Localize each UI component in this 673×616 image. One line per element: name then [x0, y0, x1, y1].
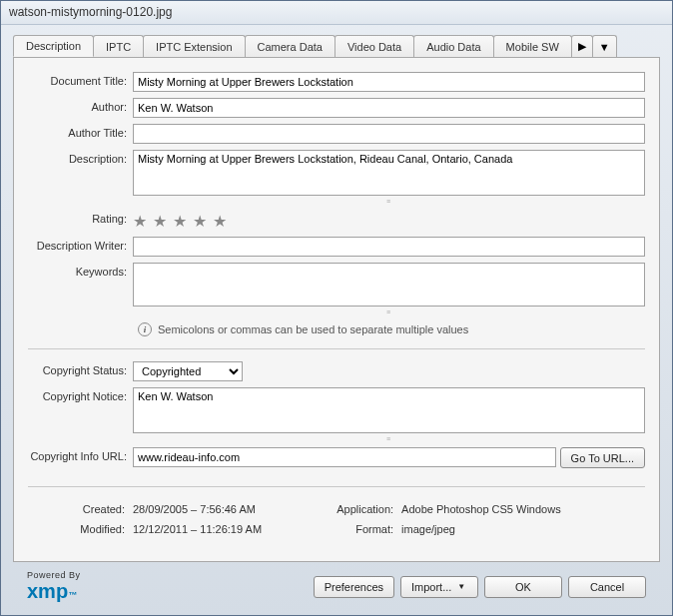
preferences-button[interactable]: Preferences	[314, 576, 394, 598]
label-document-title: Document Title:	[28, 72, 133, 87]
resize-handle[interactable]: ≡	[133, 435, 645, 441]
keywords-hint-text: Semicolons or commas can be used to sepa…	[158, 323, 468, 335]
ok-button[interactable]: OK	[484, 576, 562, 598]
label-modified: Modified:	[28, 523, 133, 535]
label-copyright-url: Copyright Info URL:	[28, 447, 133, 462]
label-format: Format:	[322, 523, 401, 535]
xmp-logo: Powered By xmp™	[27, 570, 81, 603]
tab-audio-data[interactable]: Audio Data	[413, 35, 493, 57]
resize-handle[interactable]: ≡	[133, 198, 645, 204]
cancel-button[interactable]: Cancel	[568, 576, 646, 598]
label-author-title: Author Title:	[28, 124, 133, 139]
tab-video-data[interactable]: Video Data	[335, 35, 414, 57]
tab-scroll-right[interactable]: ▶	[571, 35, 593, 57]
label-copyright-status: Copyright Status:	[28, 361, 133, 376]
star-4[interactable]: ★	[193, 212, 207, 231]
file-info-window: watson-mistymorning-0120.jpg Description…	[0, 0, 673, 616]
tab-overflow-menu[interactable]: ▼	[592, 35, 617, 57]
label-author: Author:	[28, 98, 133, 113]
separator	[28, 486, 645, 487]
star-2[interactable]: ★	[153, 212, 167, 231]
tab-description[interactable]: Description	[13, 35, 94, 57]
xmp-logo-text: xmp™	[27, 580, 77, 603]
import-button[interactable]: Import... ▼	[400, 576, 478, 598]
powered-by-text: Powered By	[27, 570, 81, 580]
chevron-right-icon: ▶	[578, 40, 586, 53]
label-created: Created:	[28, 503, 133, 515]
chevron-down-icon: ▼	[457, 582, 465, 591]
value-application: Adobe Photoshop CS5 Windows	[401, 503, 561, 515]
document-title-input[interactable]	[133, 72, 645, 92]
value-modified: 12/12/2011 – 11:26:19 AM	[133, 523, 262, 535]
tab-iptc-extension[interactable]: IPTC Extension	[143, 35, 245, 57]
separator	[28, 348, 645, 349]
tab-iptc[interactable]: IPTC	[93, 35, 144, 57]
go-to-url-button[interactable]: Go To URL...	[560, 447, 645, 468]
keywords-hint: i Semicolons or commas can be used to se…	[138, 322, 645, 336]
trademark-icon: ™	[68, 590, 77, 600]
label-application: Application:	[322, 503, 401, 515]
label-rating: Rating:	[28, 210, 133, 225]
content-area: Description IPTC IPTC Extension Camera D…	[1, 25, 672, 615]
footer-buttons: Preferences Import... ▼ OK Cancel	[314, 576, 646, 598]
resize-handle[interactable]: ≡	[133, 308, 645, 314]
window-title: watson-mistymorning-0120.jpg	[1, 1, 672, 25]
star-3[interactable]: ★	[173, 212, 187, 231]
author-title-input[interactable]	[133, 124, 645, 144]
info-icon: i	[138, 322, 152, 336]
metadata-grid: Created: 28/09/2005 – 7:56:46 AM Modifie…	[28, 503, 645, 535]
star-1[interactable]: ★	[133, 212, 147, 231]
value-created: 28/09/2005 – 7:56:46 AM	[133, 503, 256, 515]
copyright-notice-textarea[interactable]: Ken W. Watson	[133, 387, 645, 433]
description-panel: Document Title: Author: Author Title: De…	[13, 57, 660, 562]
author-input[interactable]	[133, 98, 645, 118]
chevron-down-icon: ▼	[599, 41, 610, 53]
star-5[interactable]: ★	[213, 212, 227, 231]
label-keywords: Keywords:	[28, 263, 133, 278]
tab-mobile-sw[interactable]: Mobile SW	[493, 35, 572, 57]
label-description-writer: Description Writer:	[28, 237, 133, 252]
value-format: image/jpeg	[401, 523, 455, 535]
copyright-status-select[interactable]: Copyrighted	[133, 361, 243, 381]
copyright-url-input[interactable]	[133, 447, 556, 467]
label-description: Description:	[28, 150, 133, 165]
tab-strip: Description IPTC IPTC Extension Camera D…	[13, 33, 660, 57]
description-writer-input[interactable]	[133, 237, 645, 257]
footer: Powered By xmp™ Preferences Import... ▼ …	[13, 562, 660, 615]
tab-camera-data[interactable]: Camera Data	[245, 35, 336, 57]
description-textarea[interactable]: Misty Morning at Upper Brewers Lockstati…	[133, 150, 645, 196]
rating-stars: ★ ★ ★ ★ ★	[133, 210, 645, 231]
keywords-textarea[interactable]	[133, 263, 645, 307]
label-copyright-notice: Copyright Notice:	[28, 387, 133, 402]
